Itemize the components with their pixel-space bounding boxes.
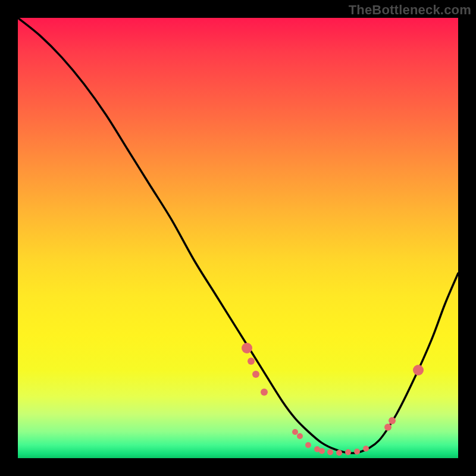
data-marker	[384, 424, 392, 431]
plot-area	[18, 18, 458, 458]
chart-stage: TheBottleneck.com	[0, 0, 476, 476]
data-marker	[413, 365, 424, 375]
curve-svg	[18, 18, 458, 458]
data-marker	[389, 417, 396, 424]
data-marker	[242, 343, 252, 353]
data-marker	[297, 433, 303, 439]
data-marker	[354, 449, 360, 455]
data-marker	[363, 446, 369, 452]
data-marker	[336, 450, 342, 456]
data-marker	[345, 449, 351, 455]
data-marker	[261, 389, 268, 396]
data-marker	[327, 449, 333, 455]
data-marker	[319, 448, 325, 454]
data-marker	[252, 371, 259, 378]
data-marker	[305, 442, 311, 448]
data-marker	[248, 358, 255, 365]
bottleneck-curve	[18, 18, 458, 453]
watermark-text: TheBottleneck.com	[349, 2, 471, 18]
